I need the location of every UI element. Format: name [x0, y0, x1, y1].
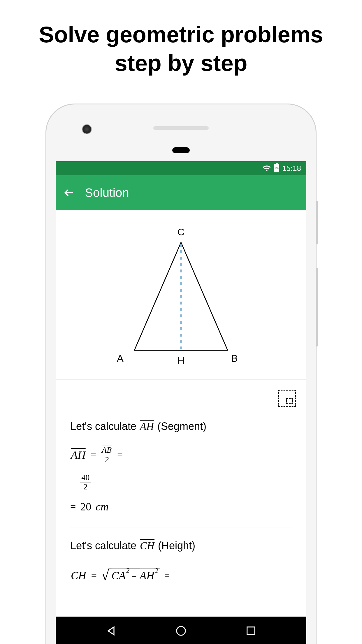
- phone-screen: 100 15:18 Solution C A B H: [56, 161, 306, 644]
- expand-icon[interactable]: [278, 390, 296, 407]
- promo-line-2: step by step: [115, 50, 247, 76]
- phone-sensor: [172, 147, 190, 153]
- equation-line-4: CH = CA2 − AH2: [70, 568, 292, 583]
- svg-point-5: [177, 626, 185, 635]
- vertex-c: C: [178, 226, 185, 238]
- promo-headline: Solve geometric problems step by step: [0, 20, 362, 77]
- geometry-diagram: C A B H: [56, 210, 306, 379]
- svg-line-2: [181, 242, 228, 350]
- equation-line-2: = 40 2 =: [70, 473, 292, 492]
- wifi-icon: [262, 164, 271, 173]
- phone-mockup: 100 15:18 Solution C A B H: [45, 104, 317, 644]
- vertex-b: B: [231, 353, 238, 364]
- phone-camera: [82, 124, 92, 134]
- nav-recent-button[interactable]: [245, 624, 258, 638]
- android-nav-bar: [56, 617, 306, 644]
- vertex-h: H: [178, 355, 185, 366]
- step-2-intro: Let's calculate CH (Height): [70, 540, 292, 552]
- app-bar: Solution: [56, 175, 306, 210]
- nav-home-button[interactable]: [175, 624, 188, 638]
- svg-rect-6: [247, 627, 255, 635]
- svg-line-1: [134, 242, 181, 350]
- battery-icon: 100: [274, 164, 279, 172]
- status-time: 15:18: [282, 164, 301, 173]
- content-area[interactable]: C A B H Let's calculate AH (Segment) AH …: [56, 210, 306, 617]
- phone-side-button: [316, 201, 318, 244]
- step-1-intro: Let's calculate AH (Segment): [70, 420, 292, 433]
- page-title: Solution: [85, 186, 129, 200]
- equation-line-1: AH = AB 2 =: [70, 446, 292, 464]
- phone-side-button: [316, 268, 318, 346]
- divider: [70, 528, 292, 528]
- vertex-a: A: [117, 353, 124, 364]
- promo-line-1: Solve geometric problems: [39, 22, 323, 47]
- back-button[interactable]: [63, 187, 75, 199]
- solution-steps: Let's calculate AH (Segment) AH = AB 2 =…: [56, 379, 306, 594]
- phone-speaker: [153, 126, 209, 130]
- triangle-icon: [126, 234, 236, 356]
- equation-line-3: = 20 cm: [70, 500, 292, 513]
- status-bar: 100 15:18: [56, 161, 306, 175]
- nav-back-button[interactable]: [105, 624, 118, 638]
